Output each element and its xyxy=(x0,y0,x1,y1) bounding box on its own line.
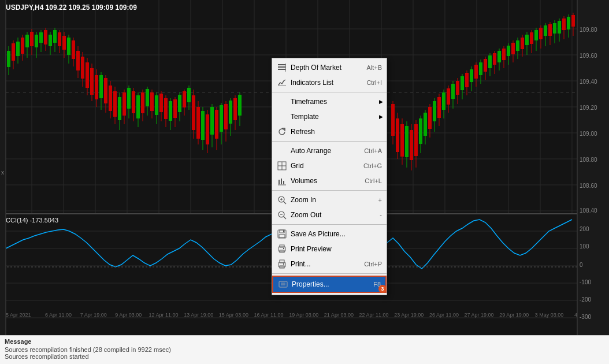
svg-rect-139 xyxy=(410,130,413,160)
svg-rect-258 xyxy=(279,235,285,237)
auto-arrange-icon xyxy=(277,146,287,156)
svg-rect-95 xyxy=(159,94,163,112)
svg-rect-103 xyxy=(178,95,181,112)
svg-rect-239 xyxy=(278,69,286,70)
menu-item-indicators-list[interactable]: Indicators List Ctrl+I xyxy=(272,75,387,90)
menu-item-volumes[interactable]: Volumes Ctrl+L xyxy=(272,173,387,188)
svg-rect-36 xyxy=(25,35,29,47)
menu-item-properties[interactable]: Properties... F8 3 xyxy=(272,276,387,293)
svg-text:108.80: 108.80 xyxy=(580,157,597,163)
svg-rect-30 xyxy=(12,43,15,61)
svg-rect-87 xyxy=(141,92,144,113)
dom-icon xyxy=(277,62,287,73)
svg-rect-267 xyxy=(283,263,284,265)
svg-rect-89 xyxy=(146,89,149,106)
svg-rect-149 xyxy=(433,101,436,121)
message-title: Message xyxy=(5,338,604,345)
menu-item-template[interactable]: Template xyxy=(272,109,387,124)
svg-rect-66 xyxy=(95,75,98,99)
svg-rect-93 xyxy=(155,95,158,115)
svg-rect-117 xyxy=(210,107,214,135)
svg-rect-69 xyxy=(99,75,103,98)
svg-text:100: 100 xyxy=(580,243,589,250)
menu-item-refresh[interactable]: Refresh xyxy=(272,124,387,139)
svg-rect-263 xyxy=(283,248,284,249)
svg-rect-268 xyxy=(279,281,287,287)
properties-icon xyxy=(278,279,288,289)
save-icon xyxy=(277,229,287,239)
svg-rect-171 xyxy=(484,59,487,72)
svg-rect-183 xyxy=(511,43,515,54)
svg-rect-209 xyxy=(571,15,575,27)
svg-line-255 xyxy=(284,217,286,219)
svg-rect-38 xyxy=(30,32,34,46)
svg-rect-167 xyxy=(474,65,478,79)
menu-item-depth-of-market[interactable]: Depth Of Market Alt+B xyxy=(272,60,387,75)
svg-text:-100: -100 xyxy=(580,279,591,285)
svg-text:108.40: 108.40 xyxy=(580,207,597,214)
svg-text:200: 200 xyxy=(580,226,589,232)
svg-rect-44 xyxy=(44,30,47,44)
svg-rect-52 xyxy=(62,36,66,50)
svg-rect-240 xyxy=(285,64,286,72)
svg-rect-50 xyxy=(58,32,61,46)
svg-text:109.00: 109.00 xyxy=(580,131,597,137)
svg-rect-199 xyxy=(548,24,552,36)
svg-rect-91 xyxy=(150,92,154,111)
print-preview-icon xyxy=(277,244,287,254)
svg-rect-83 xyxy=(132,91,135,113)
timeframes-icon xyxy=(277,96,287,107)
svg-text:109.40: 109.40 xyxy=(580,79,597,85)
svg-rect-133 xyxy=(396,118,399,152)
svg-rect-247 xyxy=(283,181,284,184)
svg-rect-71 xyxy=(104,78,107,103)
svg-rect-127 xyxy=(233,98,237,120)
print-icon xyxy=(277,259,287,269)
menu-item-timeframes[interactable]: Timeframes xyxy=(272,94,387,109)
zoom-out-icon xyxy=(277,210,287,220)
menu-item-print[interactable]: Print... Ctrl+P xyxy=(272,257,387,272)
svg-rect-48 xyxy=(53,30,57,43)
svg-text:109.60: 109.60 xyxy=(580,53,597,59)
svg-rect-46 xyxy=(49,35,52,46)
menu-item-grid[interactable]: Grid Ctrl+G xyxy=(272,158,387,173)
svg-rect-193 xyxy=(534,30,538,40)
svg-rect-77 xyxy=(118,97,121,120)
svg-text:-200: -200 xyxy=(580,296,591,303)
svg-rect-113 xyxy=(201,111,205,140)
svg-rect-153 xyxy=(442,92,445,110)
svg-rect-62 xyxy=(86,62,89,88)
menu-item-print-preview[interactable]: Print Preview xyxy=(272,242,387,257)
svg-rect-99 xyxy=(169,101,172,121)
svg-rect-79 xyxy=(122,92,126,116)
menu-item-save-as-picture[interactable]: Save As Picture... xyxy=(272,226,387,242)
template-icon xyxy=(277,112,287,122)
menu-item-zoom-in[interactable]: Zoom In + xyxy=(272,192,387,207)
svg-rect-157 xyxy=(451,84,455,99)
context-menu: Depth Of Market Alt+B Indicators List Ct… xyxy=(272,58,387,295)
svg-rect-81 xyxy=(127,88,131,109)
separator-3 xyxy=(272,190,387,191)
svg-rect-129 xyxy=(238,95,242,116)
svg-rect-111 xyxy=(196,107,200,139)
svg-rect-151 xyxy=(437,97,441,118)
grid-icon xyxy=(277,161,287,171)
svg-text:109.20: 109.20 xyxy=(580,105,597,111)
svg-rect-145 xyxy=(424,113,427,136)
svg-rect-105 xyxy=(183,91,186,107)
svg-rect-137 xyxy=(405,126,409,157)
menu-item-zoom-out[interactable]: Zoom Out - xyxy=(272,207,387,222)
svg-rect-161 xyxy=(461,76,464,90)
properties-badge: 3 xyxy=(378,285,387,293)
svg-rect-246 xyxy=(281,179,282,184)
message-line-2: Sources recompilation started xyxy=(5,353,604,360)
chart-container: 109.80 109.60 109.40 109.20 109.00 108.8… xyxy=(0,0,609,335)
svg-rect-159 xyxy=(456,81,459,95)
refresh-icon xyxy=(277,127,287,137)
svg-rect-119 xyxy=(215,110,218,139)
svg-rect-58 xyxy=(76,51,80,70)
svg-rect-179 xyxy=(502,49,506,60)
menu-item-auto-arrange[interactable]: Auto Arrange Ctrl+A xyxy=(272,143,387,158)
svg-rect-155 xyxy=(447,88,450,105)
svg-text:x: x xyxy=(1,169,4,176)
